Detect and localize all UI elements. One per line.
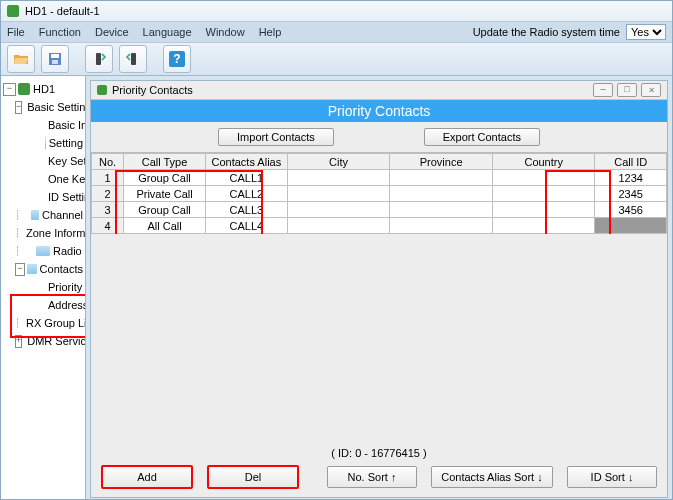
svg-rect-2 — [52, 60, 58, 64]
toolbar: ? — [1, 43, 672, 76]
alias-sort-button[interactable]: Contacts Alias Sort ↓ — [431, 466, 553, 488]
cell-province[interactable] — [390, 186, 493, 202]
svg-rect-4 — [131, 53, 136, 65]
tree-zone[interactable]: ┊Zone Information — [1, 224, 85, 242]
window-title: HD1 - default-1 — [25, 5, 100, 17]
cell-call-type[interactable]: Private Call — [124, 186, 206, 202]
col-province[interactable]: Province — [390, 154, 493, 170]
id-range-label: ( ID: 0 - 16776415 ) — [91, 447, 667, 459]
cell-city[interactable] — [287, 170, 390, 186]
open-button[interactable] — [7, 45, 35, 73]
cell-no: 4 — [92, 218, 124, 234]
cell-country[interactable] — [492, 186, 595, 202]
tree-contacts[interactable]: −Contacts — [1, 260, 85, 278]
nav-tree: −HD1 −Basic Setting Basic Information Se… — [1, 76, 86, 500]
tree-channel[interactable]: ┊Channel — [1, 206, 85, 224]
table-row[interactable]: 4All CallCALL4 — [92, 218, 667, 234]
col-call-type[interactable]: Call Type — [124, 154, 206, 170]
maximize-button[interactable]: □ — [617, 83, 637, 97]
tree-id-setting[interactable]: ID Setting — [1, 188, 85, 206]
export-contacts-button[interactable]: Export Contacts — [424, 128, 540, 146]
menu-function[interactable]: Function — [39, 26, 81, 38]
tree-priority-contacts[interactable]: Priority Contacts — [1, 278, 85, 296]
cell-call-type[interactable]: All Call — [124, 218, 206, 234]
menubar: File Function Device Language Window Hel… — [1, 22, 672, 43]
table-row[interactable]: 1Group CallCALL11234 — [92, 170, 667, 186]
del-button[interactable]: Del — [207, 465, 299, 489]
tree-radio[interactable]: ┊Radio — [1, 242, 85, 260]
cell-call-id[interactable]: 3456 — [595, 202, 667, 218]
cell-alias[interactable]: CALL2 — [205, 186, 287, 202]
tree-one-key-call[interactable]: One Key Call — [1, 170, 85, 188]
menu-window[interactable]: Window — [206, 26, 245, 38]
cell-city[interactable] — [287, 186, 390, 202]
folder-icon — [27, 264, 37, 274]
read-radio-button[interactable] — [85, 45, 113, 73]
tree-setting[interactable]: Setting — [1, 134, 85, 152]
minimize-button[interactable]: – — [593, 83, 613, 97]
tree-key-setting[interactable]: Key Setting — [1, 152, 85, 170]
tree-basic-information[interactable]: Basic Information — [1, 116, 85, 134]
tree-basic-setting[interactable]: −Basic Setting — [1, 98, 85, 116]
write-radio-button[interactable] — [119, 45, 147, 73]
tree-rx-group[interactable]: ┊RX Group Lists — [1, 314, 85, 332]
folder-icon — [36, 246, 50, 256]
cell-call-id[interactable] — [595, 218, 667, 234]
save-button[interactable] — [41, 45, 69, 73]
cell-city[interactable] — [287, 202, 390, 218]
help-button[interactable]: ? — [163, 45, 191, 73]
cell-province[interactable] — [390, 202, 493, 218]
expand-icon[interactable]: + — [15, 335, 22, 348]
id-sort-button[interactable]: ID Sort ↓ — [567, 466, 657, 488]
tree-root[interactable]: −HD1 — [1, 80, 85, 98]
menu-help[interactable]: Help — [259, 26, 282, 38]
col-country[interactable]: Country — [492, 154, 595, 170]
svg-rect-3 — [96, 53, 101, 65]
cell-call-id[interactable]: 2345 — [595, 186, 667, 202]
collapse-icon[interactable]: − — [15, 101, 22, 114]
priority-contacts-panel: Priority Contacts – □ ⨉ Priority Contact… — [90, 80, 668, 498]
add-button[interactable]: Add — [101, 465, 193, 489]
tree-dmr-service[interactable]: +DMR Service — [1, 332, 85, 350]
cell-no: 3 — [92, 202, 124, 218]
cell-call-type[interactable]: Group Call — [124, 170, 206, 186]
cell-city[interactable] — [287, 218, 390, 234]
panel-footer: ( ID: 0 - 16776415 ) Add Del No. Sort ↑ … — [91, 441, 667, 497]
table-row[interactable]: 3Group CallCALL33456 — [92, 202, 667, 218]
cell-country[interactable] — [492, 218, 595, 234]
radio-icon — [18, 83, 30, 95]
contacts-grid[interactable]: No. Call Type Contacts Alias City Provin… — [91, 153, 667, 234]
titlebar: HD1 - default-1 — [1, 1, 672, 22]
tree-address-book[interactable]: Address Book Co — [1, 296, 85, 314]
cell-alias[interactable]: CALL3 — [205, 202, 287, 218]
cell-province[interactable] — [390, 170, 493, 186]
cell-alias[interactable]: CALL1 — [205, 170, 287, 186]
grid-header-row: No. Call Type Contacts Alias City Provin… — [92, 154, 667, 170]
col-no[interactable]: No. — [92, 154, 124, 170]
cell-call-id[interactable]: 1234 — [595, 170, 667, 186]
table-row[interactable]: 2Private CallCALL22345 — [92, 186, 667, 202]
folder-icon — [31, 210, 39, 220]
cell-call-type[interactable]: Group Call — [124, 202, 206, 218]
collapse-icon[interactable]: − — [15, 263, 25, 276]
cell-country[interactable] — [492, 170, 595, 186]
menu-file[interactable]: File — [7, 26, 25, 38]
col-contacts-alias[interactable]: Contacts Alias — [205, 154, 287, 170]
panel-actions: Import Contacts Export Contacts — [91, 122, 667, 153]
close-button[interactable]: ⨉ — [641, 83, 661, 97]
svg-rect-1 — [51, 54, 59, 58]
update-time-select[interactable]: Yes — [626, 24, 666, 40]
app-window: HD1 - default-1 File Function Device Lan… — [0, 0, 673, 500]
cell-province[interactable] — [390, 218, 493, 234]
col-city[interactable]: City — [287, 154, 390, 170]
collapse-icon[interactable]: − — [3, 83, 16, 96]
col-call-id[interactable]: Call ID — [595, 154, 667, 170]
import-contacts-button[interactable]: Import Contacts — [218, 128, 334, 146]
cell-no: 1 — [92, 170, 124, 186]
no-sort-button[interactable]: No. Sort ↑ — [327, 466, 417, 488]
cell-country[interactable] — [492, 202, 595, 218]
cell-alias[interactable]: CALL4 — [205, 218, 287, 234]
menu-device[interactable]: Device — [95, 26, 129, 38]
update-time-label: Update the Radio system time — [473, 26, 620, 38]
menu-language[interactable]: Language — [143, 26, 192, 38]
